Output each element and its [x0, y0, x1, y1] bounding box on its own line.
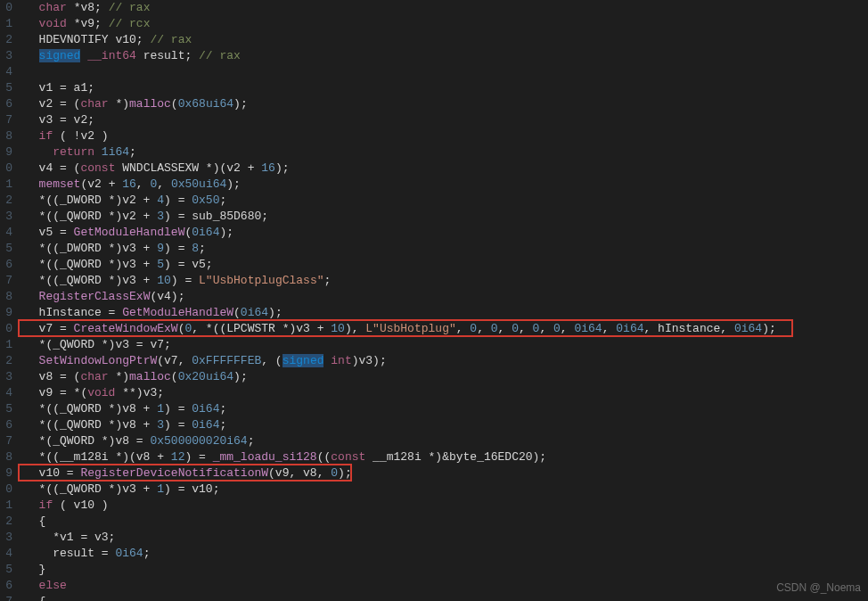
code-line[interactable]: memset(v2 + 16, 0, 0x50ui64);	[25, 177, 776, 193]
code-line[interactable]: *(_QWORD *)v8 = 0x500000020i64;	[25, 433, 776, 449]
code-line[interactable]: }	[25, 562, 776, 578]
token-id: ) = sub_85D680;	[164, 210, 268, 223]
token-num: 0i64	[241, 306, 268, 319]
token-id: *((_QWORD *)v3 +	[25, 258, 157, 271]
token-id: *((__m128i *)(v8 +	[25, 450, 171, 464]
token-id	[25, 498, 39, 512]
token-func: GetModuleHandleW	[122, 306, 233, 319]
code-line[interactable]: *((_QWORD *)v3 + 1) = v10;	[25, 482, 776, 498]
token-id: *(_QWORD *)v8 =	[25, 434, 150, 448]
code-line[interactable]: v4 = (const WNDCLASSEXW *)(v2 + 16);	[25, 161, 776, 177]
token-id	[25, 354, 39, 367]
code-line[interactable]: v3 = v2;	[25, 112, 776, 128]
line-number: 1	[0, 498, 12, 514]
code-line[interactable]: return 1i64;	[25, 144, 776, 161]
code-line[interactable]: v9 = *(void **)v3;	[25, 385, 776, 401]
line-number: 6	[0, 578, 12, 594]
code-line[interactable]: *(_QWORD *)v3 = v7;	[25, 337, 776, 353]
token-id: }	[25, 563, 45, 576]
line-number: 0	[0, 161, 12, 177]
token-id: ;	[219, 193, 226, 207]
code-line[interactable]: *((_DWORD *)v3 + 9) = 8;	[25, 241, 776, 257]
code-line[interactable]: HDEVNOTIFY v10; // rax	[25, 32, 776, 48]
code-line[interactable]: *((_QWORD *)v3 + 10) = L"UsbHotplugClass…	[25, 273, 776, 289]
code-line[interactable]: v2 = (char *)malloc(0x68ui64);	[25, 96, 776, 112]
code-line[interactable]: char *v8; // rax	[25, 0, 776, 16]
token-id: ,	[136, 177, 151, 191]
code-editor[interactable]: 01234567890123456789012345678901234567 c…	[0, 0, 868, 601]
token-id: HDEVNOTIFY v10;	[25, 33, 150, 46]
code-line[interactable]: SetWindowLongPtrW(v7, 0xFFFFFFEB, (signe…	[25, 353, 776, 369]
token-id: , *((LPCWSTR *)v3 +	[192, 322, 331, 335]
token-id: (	[233, 306, 241, 319]
code-line[interactable]: v5 = GetModuleHandleW(0i64);	[25, 225, 776, 241]
code-line[interactable]: *((_QWORD *)v8 + 1) = 0i64;	[25, 401, 776, 417]
token-num: 0x20ui64	[178, 370, 233, 383]
code-line[interactable]: *v1 = v3;	[25, 530, 776, 546]
line-number: 2	[0, 353, 12, 369]
code-line[interactable]	[25, 64, 776, 80]
token-id: ) =	[164, 242, 192, 255]
code-line[interactable]: *((_QWORD *)v8 + 3) = 0i64;	[25, 417, 776, 433]
token-id: ,	[157, 177, 171, 191]
token-id: ;	[143, 547, 151, 560]
token-id: (v4);	[150, 290, 184, 303]
token-kwblue: signed	[283, 354, 324, 367]
watermark-text: CSDN @_Noema	[776, 580, 861, 596]
line-number: 2	[0, 193, 12, 209]
token-num: 0x500000020i64	[150, 434, 247, 448]
token-func: malloc	[129, 97, 171, 111]
token-type: char	[39, 1, 67, 14]
code-line[interactable]: else	[25, 578, 776, 594]
token-id	[25, 290, 39, 303]
token-id: ;	[324, 274, 332, 287]
token-id	[94, 145, 102, 159]
token-type: int	[331, 354, 351, 367]
code-line[interactable]: if ( v10 )	[25, 498, 776, 514]
token-id: *(_QWORD *)v3 = v7;	[25, 338, 171, 351]
token-id: result =	[25, 547, 115, 560]
token-id: *((_QWORD *)v3 +	[25, 274, 157, 287]
code-content[interactable]: char *v8; // rax void *v9; // rcx HDEVNO…	[16, 0, 776, 601]
token-id: ,	[519, 322, 533, 335]
code-line[interactable]: *((_DWORD *)v2 + 4) = 0x50;	[25, 193, 776, 209]
token-id: ) = v10;	[164, 482, 219, 496]
token-id: , hInstance,	[644, 322, 734, 335]
code-line[interactable]: v7 = CreateWindowExW(0, *((LPCWSTR *)v3 …	[25, 321, 776, 337]
token-kw: const	[331, 450, 365, 464]
code-line[interactable]: RegisterClassExW(v4);	[25, 289, 776, 305]
token-id: ) =	[164, 193, 192, 207]
token-comment: // rax	[109, 1, 151, 14]
token-kw: if	[39, 498, 53, 512]
token-num: 0x68ui64	[178, 97, 233, 111]
code-line[interactable]: v1 = a1;	[25, 80, 776, 96]
token-id: (	[171, 97, 178, 111]
code-line[interactable]: *((_QWORD *)v3 + 5) = v5;	[25, 257, 776, 273]
code-line[interactable]: void *v9; // rcx	[25, 16, 776, 32]
token-id: )v3);	[352, 354, 387, 367]
token-num: 16	[122, 177, 136, 191]
code-line[interactable]: hInstance = GetModuleHandleW(0i64);	[25, 305, 776, 321]
line-number: 2	[0, 514, 12, 530]
token-id: (v2 +	[80, 177, 122, 191]
token-id: hInstance =	[25, 306, 122, 319]
token-id: ,	[456, 322, 471, 335]
code-line[interactable]: v8 = (char *)malloc(0x20ui64);	[25, 369, 776, 385]
code-line[interactable]: v10 = RegisterDeviceNotificationW(v9, v8…	[25, 465, 776, 482]
code-line[interactable]: {	[25, 594, 776, 601]
token-id: ,	[539, 322, 553, 335]
token-id	[25, 579, 39, 592]
code-line[interactable]: result = 0i64;	[25, 546, 776, 562]
code-line[interactable]: *((_QWORD *)v2 + 3) = sub_85D680;	[25, 209, 776, 225]
code-line[interactable]: *((__m128i *)(v8 + 12) = _mm_loadu_si128…	[25, 449, 776, 465]
line-number: 5	[0, 80, 12, 96]
line-number: 0	[0, 482, 12, 498]
code-line[interactable]: {	[25, 514, 776, 530]
code-line[interactable]: if ( !v2 )	[25, 128, 776, 144]
token-id: ;	[219, 418, 226, 432]
token-id: );	[233, 97, 248, 111]
token-id: *((_QWORD *)v8 +	[25, 418, 157, 432]
token-id: *((_QWORD *)v3 +	[25, 482, 157, 496]
code-line[interactable]: signed __int64 result; // rax	[25, 48, 776, 64]
token-id: (v9, v8,	[268, 466, 331, 480]
